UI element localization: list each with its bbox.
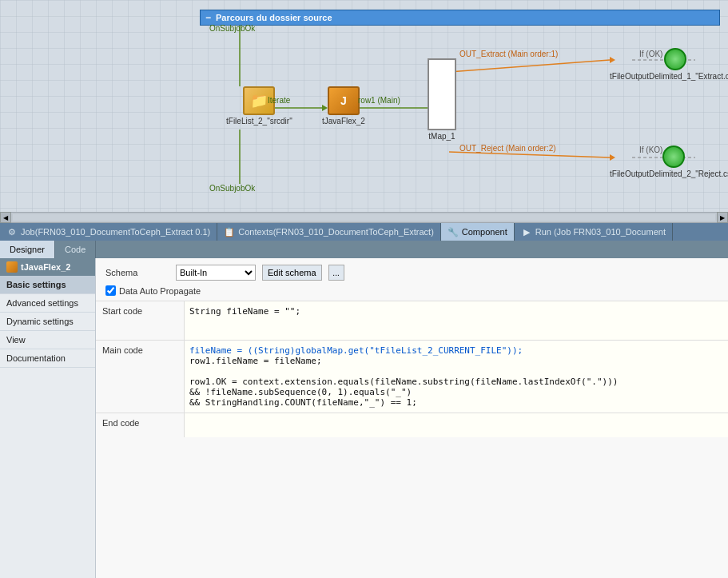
tab-component[interactable]: 🔧 Component bbox=[441, 223, 515, 241]
basic-settings-label: Basic settings bbox=[6, 280, 66, 289]
view-label: View bbox=[6, 335, 26, 345]
left-sidebar: tJavaFlex_2 Basic settings Advanced sett… bbox=[0, 258, 96, 578]
data-auto-propagate-checkbox[interactable] bbox=[105, 285, 116, 296]
output1-label: tFileOutputDelimited_1_"Extract.csv" bbox=[610, 72, 728, 81]
sidebar-item-dynamic[interactable]: Dynamic settings bbox=[0, 313, 95, 331]
tabs-bar: ⚙ Job(FRN03_010_DocumentToCeph_Extract 0… bbox=[0, 223, 728, 241]
tab-component-label: Component bbox=[462, 227, 507, 237]
if-ok-label: If (OK) bbox=[639, 50, 662, 58]
scroll-track[interactable] bbox=[13, 214, 715, 221]
main-code-value-col: fileName = ((String)globalMap.get("tFile… bbox=[184, 341, 728, 413]
documentation-label: Documentation bbox=[6, 353, 66, 363]
row1-label: row1 (Main) bbox=[358, 96, 400, 105]
end-code-value-col bbox=[184, 413, 728, 437]
component-icon: 🔧 bbox=[448, 226, 459, 237]
output2-icon bbox=[662, 145, 685, 168]
tab-contexts[interactable]: 📋 Contexts(FRN03_010_DocumentToCeph_Extr… bbox=[217, 223, 441, 241]
designer-tab-label: Designer bbox=[10, 245, 45, 254]
start-code-label: Start code bbox=[96, 301, 184, 321]
horizontal-scrollbar[interactable]: ◀ ▶ bbox=[0, 212, 728, 223]
start-code-row: Start code String fileName = ""; bbox=[96, 301, 728, 340]
output2-node[interactable]: tFileOutputDelimited_2_"Reject.csv" bbox=[610, 145, 728, 178]
tjavaflex-icon: J bbox=[328, 86, 360, 115]
collapse-button[interactable]: − bbox=[205, 12, 211, 23]
code-tab-label: Code bbox=[65, 245, 86, 254]
tab-run[interactable]: ▶ Run (Job FRN03_010_Document bbox=[515, 223, 673, 241]
tmap-node[interactable]: tMap_1 bbox=[428, 58, 456, 141]
edit-schema-button[interactable]: Edit schema bbox=[262, 265, 322, 281]
run-icon: ▶ bbox=[521, 226, 532, 237]
start-code-value-col: String fileName = ""; bbox=[184, 301, 728, 340]
end-code-row: End code bbox=[96, 413, 728, 437]
designer-tab[interactable]: Designer bbox=[0, 241, 55, 258]
start-code-editor[interactable]: String fileName = ""; bbox=[185, 301, 728, 340]
tmap-box bbox=[428, 58, 456, 130]
iterate-label: Iterate bbox=[268, 96, 290, 105]
data-auto-propagate-row: Data Auto Propagate bbox=[96, 284, 728, 301]
tab-run-label: Run (Job FRN03_010_Document bbox=[535, 227, 666, 237]
out-extract-label: OUT_Extract (Main order:1) bbox=[459, 50, 558, 58]
dots-button[interactable]: ... bbox=[328, 265, 344, 281]
job-icon: ⚙ bbox=[6, 226, 18, 237]
start-code-text: String fileName = ""; bbox=[189, 306, 300, 317]
output2-label: tFileOutputDelimited_2_"Reject.csv" bbox=[610, 169, 728, 178]
main-code-row: Main code fileName = ((String)globalMap.… bbox=[96, 341, 728, 413]
schema-label: Schema bbox=[105, 268, 169, 277]
tab-contexts-label: Contexts(FRN03_010_DocumentToCeph_Extrac… bbox=[238, 227, 434, 237]
component-title-icon bbox=[6, 261, 18, 273]
end-code-editor[interactable] bbox=[185, 413, 728, 437]
job-title: Parcours du dossier source bbox=[216, 13, 332, 22]
output1-icon bbox=[664, 48, 686, 70]
tfilelist-node[interactable]: 📁 tFileList_2_"srcdir" bbox=[226, 86, 292, 126]
main-code-line7: && StringHandling.COUNT(fileName,"_") ==… bbox=[189, 397, 417, 408]
component-title: tJavaFlex_2 bbox=[0, 258, 95, 276]
if-ko-label: If (KO) bbox=[639, 145, 662, 154]
sidebar-item-view[interactable]: View bbox=[0, 331, 95, 349]
sidebar-item-documentation[interactable]: Documentation bbox=[0, 349, 95, 368]
component-title-label: tJavaFlex_2 bbox=[21, 262, 70, 272]
main-code-label: Main code bbox=[96, 341, 184, 360]
tab-job[interactable]: ⚙ Job(FRN03_010_DocumentToCeph_Extract 0… bbox=[0, 223, 217, 241]
main-code-line3: row1.fileName = fileName; bbox=[189, 356, 322, 366]
sidebar-item-basic[interactable]: Basic settings bbox=[0, 276, 95, 294]
job-title-bar: − Parcours du dossier source bbox=[200, 10, 720, 26]
onsubjob-label-top: OnSubjobOk bbox=[209, 24, 255, 33]
scroll-left-arrow[interactable]: ◀ bbox=[0, 212, 11, 223]
tjavaflex-label: tJavaFlex_2 bbox=[322, 117, 365, 126]
schema-row: Schema Built-In Edit schema ... bbox=[96, 258, 728, 284]
designer-code-bar: Designer Code bbox=[0, 241, 728, 258]
contexts-icon: 📋 bbox=[224, 226, 235, 237]
tfilelist-label: tFileList_2_"srcdir" bbox=[226, 117, 292, 126]
dynamic-settings-label: Dynamic settings bbox=[6, 317, 74, 326]
main-code-editor[interactable]: fileName = ((String)globalMap.get("tFile… bbox=[185, 341, 728, 413]
tjavaflex-node[interactable]: J tJavaFlex_2 bbox=[322, 86, 365, 126]
tmap-label: tMap_1 bbox=[428, 132, 456, 141]
main-code-line5: row1.OK = context.extension.equals(fileN… bbox=[189, 377, 618, 387]
schema-select[interactable]: Built-In bbox=[176, 265, 256, 281]
main-code-line1: fileName = ((String)globalMap.get("tFile… bbox=[189, 345, 523, 356]
data-auto-propagate-label: Data Auto Propagate bbox=[119, 286, 201, 296]
sidebar-item-advanced[interactable]: Advanced settings bbox=[0, 294, 95, 313]
code-tab[interactable]: Code bbox=[55, 241, 96, 258]
onsubjob-label-bottom: OnSubjobOk bbox=[209, 184, 255, 193]
out-reject-label: OUT_Reject (Main order:2) bbox=[459, 144, 556, 153]
right-content: Schema Built-In Edit schema ... Data Aut… bbox=[96, 258, 728, 578]
advanced-settings-label: Advanced settings bbox=[6, 298, 78, 308]
scroll-right-arrow[interactable]: ▶ bbox=[717, 212, 728, 223]
end-code-label: End code bbox=[96, 413, 184, 433]
output1-node[interactable]: tFileOutputDelimited_1_"Extract.csv" bbox=[610, 48, 728, 81]
main-code-line6: && !fileName.subSequence(0, 1).equals("_… bbox=[189, 387, 412, 397]
main-content: tJavaFlex_2 Basic settings Advanced sett… bbox=[0, 258, 728, 578]
canvas-area: − Parcours du dossier source OnSubjobOk … bbox=[0, 0, 728, 212]
tab-job-label: Job(FRN03_010_DocumentToCeph_Extract 0.1… bbox=[21, 227, 210, 237]
